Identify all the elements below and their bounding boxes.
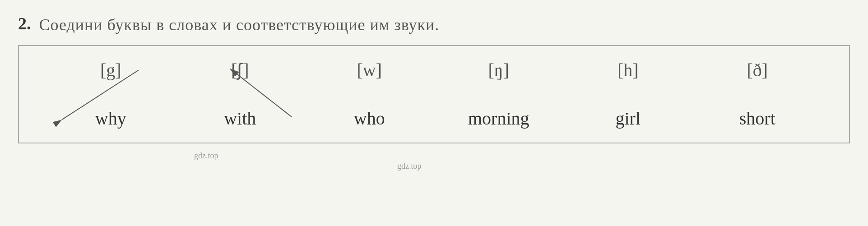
words-row: why with who morning girl short: [46, 108, 822, 129]
word-who: who: [329, 108, 410, 129]
phoneme-h: [h]: [587, 60, 668, 81]
word-morning: morning: [458, 108, 539, 129]
word-why: why: [70, 108, 151, 129]
task-header: 2. Соедини буквы в словах и соответствую…: [18, 14, 850, 36]
word-with: with: [200, 108, 281, 129]
task-instruction: Соедини буквы в словах и соответствующие…: [39, 14, 440, 36]
watermark-2: gdz.top: [194, 151, 218, 161]
watermark-3: gdz.top: [397, 161, 422, 171]
exercise-box: [g] [ʃ] [w] [ŋ] [h] [ð] why with who mor…: [18, 45, 850, 143]
phoneme-g: [g]: [70, 60, 151, 81]
word-short: short: [717, 108, 798, 129]
phoneme-ng: [ŋ]: [458, 60, 539, 81]
page-content: 2. Соедини буквы в словах и соответствую…: [18, 14, 850, 143]
phoneme-th: [ð]: [717, 60, 798, 81]
phoneme-sh: [ʃ]: [200, 60, 281, 81]
task-number: 2.: [18, 14, 31, 33]
phoneme-w: [w]: [329, 60, 410, 81]
phonemes-row: [g] [ʃ] [w] [ŋ] [h] [ð]: [46, 60, 822, 81]
word-girl: girl: [587, 108, 668, 129]
